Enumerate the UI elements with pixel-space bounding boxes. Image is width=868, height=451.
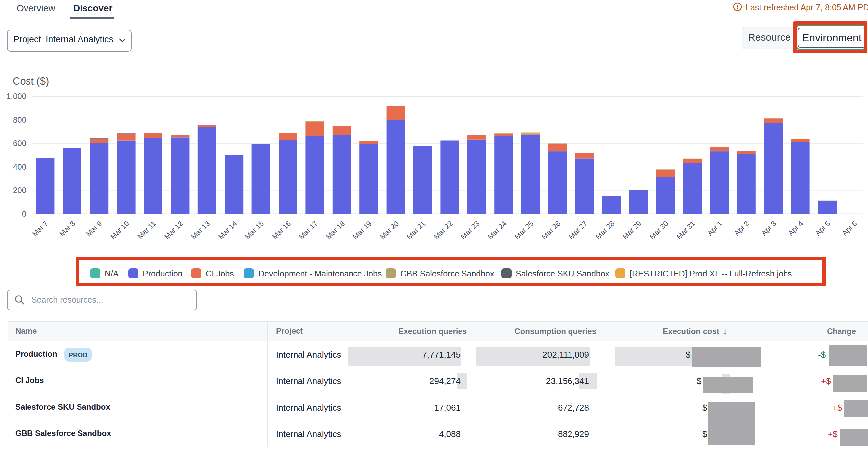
svg-text:Mar 23: Mar 23 <box>459 219 481 241</box>
svg-text:1,000: 1,000 <box>6 92 26 101</box>
svg-text:600: 600 <box>13 139 26 148</box>
svg-text:Apr 6: Apr 6 <box>840 219 859 237</box>
svg-text:Mar 27: Mar 27 <box>567 219 589 241</box>
svg-text:Mar 29: Mar 29 <box>621 219 643 241</box>
svg-text:Mar 16: Mar 16 <box>270 219 292 241</box>
svg-text:Mar 18: Mar 18 <box>324 219 346 241</box>
svg-text:Apr 2: Apr 2 <box>733 219 751 237</box>
svg-text:Mar 26: Mar 26 <box>540 219 562 241</box>
svg-text:200: 200 <box>13 186 26 195</box>
svg-text:0: 0 <box>22 209 26 218</box>
svg-text:Mar 11: Mar 11 <box>136 219 158 241</box>
svg-text:Mar 10: Mar 10 <box>108 219 130 241</box>
svg-text:Mar 14: Mar 14 <box>217 219 239 241</box>
svg-text:Mar 20: Mar 20 <box>378 219 400 241</box>
svg-text:Mar 15: Mar 15 <box>244 219 266 241</box>
svg-text:Mar 12: Mar 12 <box>163 219 185 241</box>
svg-text:Apr 3: Apr 3 <box>760 219 778 237</box>
svg-text:Apr 4: Apr 4 <box>786 219 805 237</box>
svg-text:400: 400 <box>13 162 26 171</box>
svg-text:Mar 13: Mar 13 <box>189 219 211 241</box>
svg-text:Mar 22: Mar 22 <box>432 219 454 241</box>
svg-text:Mar 28: Mar 28 <box>594 219 616 241</box>
svg-text:Mar 8: Mar 8 <box>58 219 76 238</box>
svg-text:Mar 25: Mar 25 <box>513 219 535 241</box>
svg-text:Mar 19: Mar 19 <box>351 219 373 241</box>
svg-text:Mar 17: Mar 17 <box>298 219 319 241</box>
svg-text:Mar 7: Mar 7 <box>30 219 49 238</box>
svg-text:Apr 1: Apr 1 <box>706 219 724 237</box>
svg-text:Mar 9: Mar 9 <box>85 219 103 238</box>
svg-text:Mar 21: Mar 21 <box>405 219 427 241</box>
svg-text:Mar 30: Mar 30 <box>648 219 670 241</box>
svg-text:Mar 31: Mar 31 <box>675 219 697 241</box>
svg-text:Apr 5: Apr 5 <box>814 219 832 237</box>
svg-text:Mar 24: Mar 24 <box>486 219 508 241</box>
svg-text:Cost ($): Cost ($) <box>12 75 49 87</box>
svg-text:800: 800 <box>13 115 26 124</box>
